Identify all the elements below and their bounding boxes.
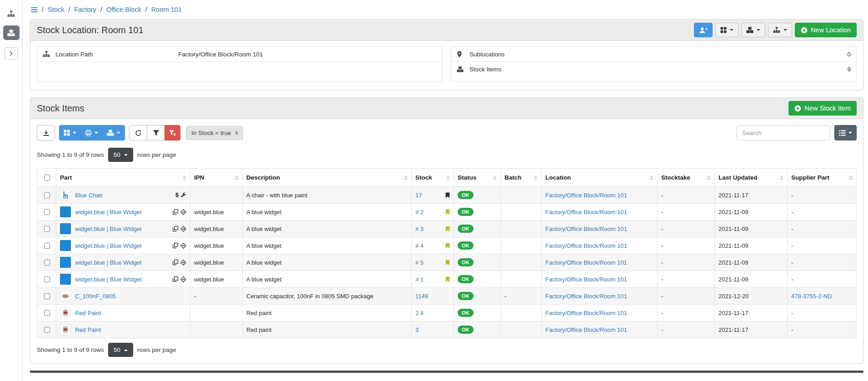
bookmark-icon [445,276,450,282]
location-path-row: Location Path Factory/Office Block/Room … [37,47,442,62]
breadcrumb-link-factory[interactable]: Factory [74,6,96,13]
supplier-part-link[interactable]: 478-3755-2-ND [791,293,832,300]
column-header-last-updated[interactable]: Last Updated [715,169,788,187]
location-link[interactable]: Factory/Office Block/Room 101 [545,226,627,232]
part-link[interactable]: widget.blue | Blue Widget [75,242,141,249]
print-actions-dropdown[interactable] [80,125,103,140]
stock-items-label: Stock Items [469,66,502,73]
stock-quantity-link[interactable]: # 1 [415,276,424,283]
breadcrumb-separator: / [145,6,147,13]
row-checkbox[interactable] [44,310,50,316]
column-header-ipn[interactable]: IPN [190,169,243,187]
search-input[interactable] [737,125,830,140]
location-link[interactable]: Factory/Office Block/Room 101 [545,259,627,266]
barcode-actions-dropdown[interactable] [59,125,81,140]
row-checkbox[interactable] [44,293,50,299]
last-updated-cell: 2021-11-17 [715,321,788,338]
part-link[interactable]: widget.blue | Blue Widget [75,226,141,232]
new-stock-item-button[interactable]: New Stock Item [788,101,857,115]
part-link[interactable]: Red Paint [75,326,101,333]
row-checkbox[interactable] [44,226,50,232]
stock-actions-button[interactable] [741,23,765,37]
download-button[interactable] [37,125,55,140]
row-checkbox[interactable] [44,327,50,333]
row-checkbox[interactable] [44,260,50,266]
user-actions-button[interactable] [694,23,713,37]
column-header-description[interactable]: Description [243,169,412,187]
part-link[interactable]: C_100nF_0805 [75,293,116,300]
stock-table-body: Blue Chair $ A chair - with blue paint 1… [37,187,857,338]
part-link[interactable]: Blue Chair [75,192,103,199]
row-checkbox[interactable] [44,243,50,249]
sort-icon [647,175,653,180]
ipn-cell: widget.blue [190,204,243,221]
last-updated-cell: 2021-11-17 [715,305,788,321]
column-header-batch[interactable]: Batch [501,169,542,187]
row-checkbox[interactable] [44,209,50,215]
location-link[interactable]: Factory/Office Block/Room 101 [545,192,627,199]
row-checkbox[interactable] [44,276,50,282]
clear-filters-button[interactable] [165,125,180,140]
stock-items-title: Stock Items [37,103,84,114]
table-row: widget.blue | Blue Widget widget.blue A … [37,271,857,288]
part-link[interactable]: Red Paint [75,310,101,316]
part-link[interactable]: widget.blue | Blue Widget [75,209,141,216]
stock-quantity-link[interactable]: # 5 [415,259,424,266]
breadcrumb-link-room-101[interactable]: Room 101 [151,6,182,13]
part-flag-icons [173,276,186,282]
row-checkbox[interactable] [44,192,50,198]
ipn-cell [190,305,243,321]
trackable-icon [180,243,186,249]
stock-items-row: Stock Items 9 [451,62,856,77]
copy-icon [173,276,178,282]
breadcrumb-link-office-block[interactable]: Office Block [106,6,141,13]
column-header-supplier-part[interactable]: Supplier Part [788,169,857,187]
active-filter-tag[interactable]: In Stock = true x [186,126,243,140]
column-header-status[interactable]: Status [454,169,501,187]
page-size-dropdown[interactable]: 50 [108,148,133,162]
location-link[interactable]: Factory/Office Block/Room 101 [545,293,627,300]
ipn-cell: widget.blue [190,221,243,237]
select-all-checkbox[interactable] [44,175,50,180]
stock-quantity-link[interactable]: 3 [415,326,419,333]
stock-quantity-link[interactable]: # 2 [415,209,424,216]
location-link[interactable]: Factory/Office Block/Room 101 [545,242,627,249]
location-link[interactable]: Factory/Office Block/Room 101 [545,310,627,316]
stock-quantity-link[interactable]: 17 [415,192,422,199]
filter-button[interactable] [147,125,165,140]
description-cell: A blue widget [243,237,412,254]
hamburger-icon[interactable] [31,7,38,13]
stock-quantity-link[interactable]: 1149 [415,293,428,300]
stock-quantity-link[interactable]: # 4 [415,242,424,249]
sidebar-item-stock[interactable] [3,25,20,40]
location-link[interactable]: Factory/Office Block/Room 101 [545,209,627,216]
sidebar-item-navigation[interactable] [3,6,20,21]
column-header-part[interactable]: Part [56,169,190,187]
remove-filter-icon[interactable]: x [235,130,238,136]
trackable-icon [180,209,186,215]
location-actions-button[interactable] [768,23,792,37]
column-header-stocktake[interactable]: Stocktake [658,169,715,187]
new-location-button[interactable]: New Location [795,23,857,37]
part-thumbnail-paint [60,307,71,318]
barcode-actions-button[interactable] [715,23,738,37]
stock-quantity-link[interactable]: 2.4 [415,310,424,316]
page-size-dropdown[interactable]: 50 [108,343,133,357]
stocktake-cell: - [658,187,715,204]
view-toggle-button[interactable] [834,125,857,140]
refresh-button[interactable] [129,125,147,140]
stock-items-panel-header: Stock Items New Stock Item [30,98,863,119]
location-link[interactable]: Factory/Office Block/Room 101 [545,276,627,283]
stock-actions-dropdown[interactable] [102,125,125,140]
breadcrumb-link-stock[interactable]: Stock [48,6,64,13]
location-link[interactable]: Factory/Office Block/Room 101 [545,326,627,333]
trackable-icon [180,276,186,282]
part-link[interactable]: widget.blue | Blue Widget [75,259,141,266]
stock-quantity-link[interactable]: # 3 [415,226,424,232]
part-link[interactable]: widget.blue | Blue Widget [75,276,141,283]
column-header-stock[interactable]: Stock [412,169,454,187]
sort-icon [777,175,783,180]
sidebar-expand-button[interactable] [5,47,18,60]
sort-icon [490,175,497,180]
column-header-location[interactable]: Location [542,169,658,187]
